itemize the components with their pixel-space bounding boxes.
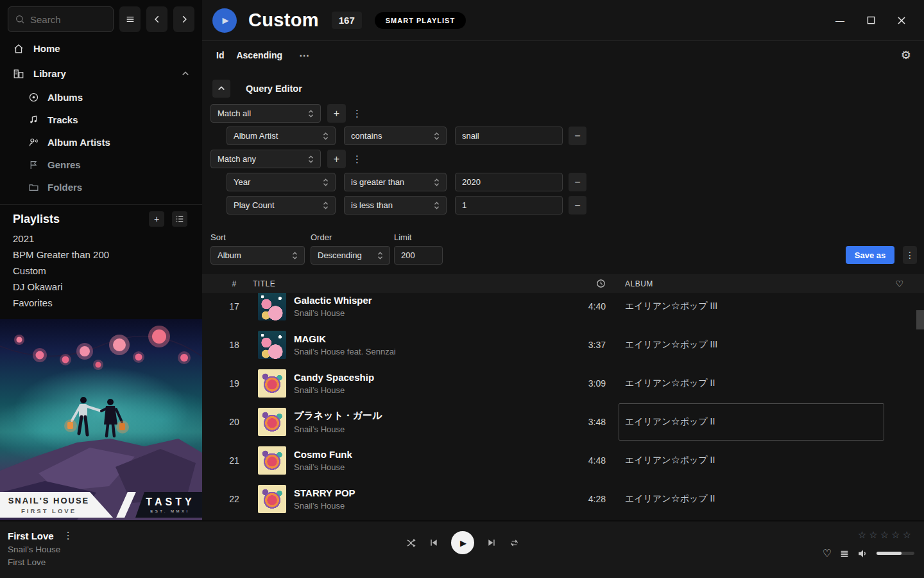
- nav-back-button[interactable]: [146, 6, 167, 32]
- track-row-22[interactable]: 22 STARRY POP Snail’s House 4:28 エイリアン☆ポ…: [202, 480, 924, 518]
- column-favorite[interactable]: ♡: [888, 279, 911, 289]
- volume-slider[interactable]: [877, 552, 914, 555]
- sidebar-item-album-artists[interactable]: Album Artists: [0, 131, 202, 153]
- more-options-button[interactable]: ⋯: [299, 49, 309, 62]
- chevron-right-icon: [180, 15, 189, 24]
- play-playlist-button[interactable]: ▶: [212, 8, 237, 33]
- rule3-remove-button[interactable]: −: [569, 196, 586, 215]
- track-album-cell[interactable]: エイリアン☆ポップ II: [606, 441, 888, 480]
- search-input[interactable]: [30, 14, 107, 25]
- maximize-button[interactable]: [864, 13, 878, 28]
- track-artist: Snail’s House: [294, 425, 554, 434]
- play-pause-button[interactable]: ▶: [451, 531, 474, 554]
- select-caret-icon: [434, 201, 440, 210]
- rule2-field-select[interactable]: Year: [227, 173, 336, 191]
- artwork-label: TASTY: [142, 496, 194, 508]
- sidebar-item-folders[interactable]: Folders: [0, 176, 202, 198]
- column-duration[interactable]: [554, 279, 606, 288]
- track-count-badge: 167: [332, 12, 362, 29]
- sort-toolbar: Id Ascending ⋯ ⚙: [202, 41, 924, 69]
- sort-order-button[interactable]: Ascending: [236, 50, 282, 60]
- track-title: MAGIK: [294, 333, 554, 344]
- nav-forward-button[interactable]: [173, 6, 194, 32]
- gear-icon[interactable]: ⚙: [901, 48, 911, 62]
- rule3-value-input[interactable]: [455, 196, 563, 215]
- playlist-item-favorites[interactable]: Favorites: [0, 295, 202, 311]
- playlist-item-dj-okawari[interactable]: DJ Okawari: [0, 279, 202, 295]
- column-album[interactable]: ALBUM: [606, 279, 888, 288]
- track-row-21[interactable]: 21 Cosmo Funk Snail’s House 4:48 エイリアン☆ポ…: [202, 441, 924, 480]
- sidebar-item-home[interactable]: Home: [0, 36, 202, 61]
- minus-icon: −: [574, 177, 580, 188]
- page-title: Custom: [248, 10, 319, 31]
- plus-icon: +: [334, 108, 339, 119]
- track-album-cell[interactable]: エイリアン☆ポップ II: [606, 480, 888, 518]
- rule1-operator-select[interactable]: contains: [344, 127, 447, 145]
- track-number: 19: [218, 378, 250, 389]
- track-duration: 4:48: [554, 455, 606, 466]
- previous-track-button[interactable]: [429, 538, 439, 548]
- rule3-field-select[interactable]: Play Count: [227, 196, 336, 215]
- save-menu-button[interactable]: ⋮: [903, 246, 917, 264]
- playlist-item-2021[interactable]: 2021: [0, 231, 202, 247]
- collapse-query-editor-button[interactable]: [212, 80, 230, 98]
- rule2-value-input[interactable]: [455, 173, 563, 191]
- track-row-19[interactable]: 19 Candy Spaceship Snail’s House 3:09 エイ…: [202, 364, 924, 403]
- group-menu-button-2[interactable]: ⋮: [352, 153, 361, 165]
- sort-select[interactable]: Album: [210, 246, 305, 265]
- menu-button[interactable]: [119, 6, 141, 32]
- sidebar-item-tracks[interactable]: Tracks: [0, 109, 202, 131]
- rule3-operator-select[interactable]: is less than: [344, 196, 447, 215]
- group-menu-button-1[interactable]: ⋮: [352, 108, 361, 119]
- album-artists-label: Album Artists: [47, 137, 110, 148]
- scrollbar-thumb[interactable]: [916, 310, 924, 329]
- match-type-select-1[interactable]: Match all: [210, 104, 321, 123]
- track-album-cell[interactable]: エイリアン☆ポップ III: [606, 293, 888, 326]
- volume-fill: [877, 552, 902, 555]
- sidebar-item-library[interactable]: Library: [0, 61, 202, 86]
- rule1-remove-button[interactable]: −: [569, 127, 586, 145]
- shuffle-button[interactable]: [406, 538, 416, 548]
- now-playing-menu-button[interactable]: ⋮: [64, 530, 73, 541]
- favorite-button[interactable]: ♡: [823, 547, 832, 559]
- queue-button[interactable]: [839, 548, 850, 559]
- close-button[interactable]: [894, 13, 909, 28]
- sort-field-button[interactable]: Id: [216, 50, 224, 60]
- repeat-button[interactable]: [509, 538, 520, 548]
- add-rule-button-1[interactable]: +: [327, 104, 346, 123]
- save-as-button[interactable]: Save as: [846, 246, 894, 264]
- artwork-scene: [0, 319, 202, 520]
- folders-label: Folders: [47, 182, 82, 193]
- limit-input[interactable]: [394, 246, 443, 265]
- track-album-cell[interactable]: エイリアン☆ポップ II: [606, 364, 888, 403]
- track-row-20[interactable]: 20 プラネット・ガール Snail’s House 3:48 エイリアン☆ポッ…: [202, 403, 924, 441]
- track-row-18[interactable]: 18 MAGIK Snail’s House feat. Sennzai 3:3…: [202, 326, 924, 364]
- rule1-field-select[interactable]: Album Artist: [227, 127, 336, 145]
- sidebar-item-genres[interactable]: Genres: [0, 153, 202, 176]
- rule1-value-input[interactable]: [455, 127, 563, 145]
- track-row-17[interactable]: 17 Galactic Whisper Snail’s House 4:40 エ…: [202, 293, 924, 326]
- track-number: 18: [218, 340, 250, 350]
- minimize-button[interactable]: —: [833, 13, 847, 28]
- column-title[interactable]: TITLE: [253, 279, 554, 288]
- chevron-up-icon[interactable]: [182, 70, 189, 78]
- playlist-item-bpm[interactable]: BPM Greater than 200: [0, 247, 202, 263]
- rating-stars[interactable]: ☆☆☆☆☆: [858, 529, 914, 541]
- match-type-select-2[interactable]: Match any: [210, 150, 321, 168]
- next-track-button[interactable]: [486, 538, 497, 548]
- hamburger-icon: [125, 14, 135, 24]
- track-album-cell-focused[interactable]: エイリアン☆ポップ II: [606, 403, 888, 441]
- volume-button[interactable]: [857, 548, 869, 559]
- column-number[interactable]: #: [218, 279, 250, 288]
- playlist-item-custom[interactable]: Custom: [0, 263, 202, 279]
- playlist-list-button[interactable]: [172, 211, 187, 227]
- rule2-remove-button[interactable]: −: [569, 173, 586, 191]
- search-box[interactable]: [8, 6, 114, 32]
- track-album-cell[interactable]: エイリアン☆ポップ III: [606, 326, 888, 364]
- add-playlist-button[interactable]: +: [149, 211, 164, 227]
- track-duration: 4:40: [554, 301, 606, 311]
- order-select[interactable]: Descending: [311, 246, 390, 265]
- add-rule-button-2[interactable]: +: [327, 150, 346, 168]
- sidebar-item-albums[interactable]: Albums: [0, 86, 202, 109]
- rule2-operator-select[interactable]: is greater than: [344, 173, 447, 191]
